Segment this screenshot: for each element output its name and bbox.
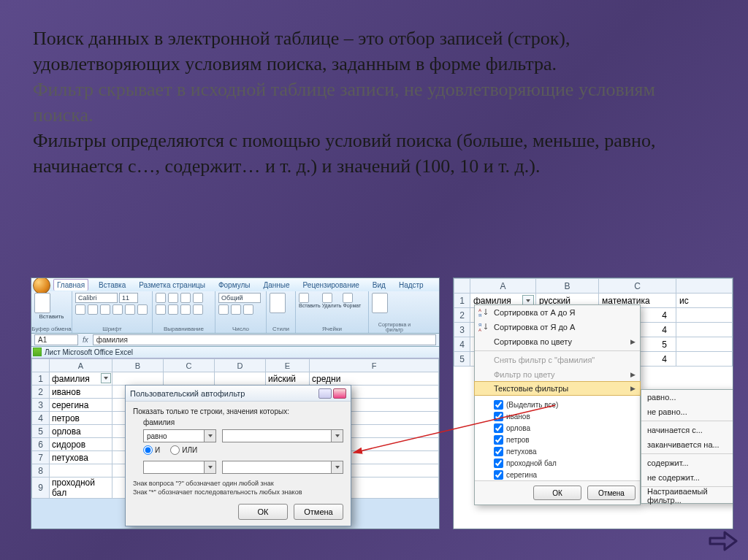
font-size-combo[interactable]: 11: [119, 293, 138, 303]
row-header[interactable]: 9: [32, 477, 50, 499]
cell[interactable]: орлова: [50, 425, 112, 438]
value2-input[interactable]: [222, 461, 343, 474]
insert-cells-icon[interactable]: [299, 293, 309, 303]
filter-check-item[interactable]: петров: [494, 434, 636, 445]
filter-check-item[interactable]: петухова: [494, 445, 636, 457]
sort-az-item[interactable]: АЯ Сортировка от А до Я: [475, 305, 640, 320]
sort-za-item[interactable]: ЯА Сортировка от Я до А: [475, 320, 640, 334]
fx-icon[interactable]: fx: [83, 336, 88, 344]
select-all-corner[interactable]: [454, 279, 470, 294]
filter-contains-item[interactable]: содержит...: [641, 456, 733, 470]
row-header[interactable]: 7: [32, 451, 50, 464]
col-header[interactable]: [676, 279, 733, 294]
col-header[interactable]: C: [164, 359, 215, 372]
operator2-combo[interactable]: [143, 461, 216, 474]
font-name-combo[interactable]: Calibri: [75, 293, 118, 303]
row-header[interactable]: 2: [454, 308, 470, 323]
text-filters-item[interactable]: Текстовые фильтры▶: [474, 381, 641, 396]
row-header[interactable]: 6: [32, 438, 50, 451]
align-icon[interactable]: [156, 304, 166, 315]
filter-custom-item[interactable]: Настраиваемый фильтр...: [641, 488, 733, 503]
filter-check-item[interactable]: орлова: [494, 422, 636, 434]
cell[interactable]: [676, 308, 733, 323]
col-header[interactable]: F: [310, 359, 439, 372]
cell[interactable]: [50, 464, 112, 477]
align-icon[interactable]: [180, 293, 191, 303]
dialog-cancel-button[interactable]: Отмена: [294, 504, 343, 520]
cell-header[interactable]: средни: [310, 372, 439, 386]
cell[interactable]: [676, 323, 733, 337]
filter-not-equals-item[interactable]: не равно...: [641, 404, 733, 419]
row-header[interactable]: 4: [32, 412, 50, 425]
row-header[interactable]: 8: [32, 464, 50, 477]
tab-layout[interactable]: Разметка страницы: [136, 280, 208, 291]
cell[interactable]: сидоров: [50, 438, 112, 451]
cell[interactable]: [215, 372, 266, 386]
number-format-combo[interactable]: Общий: [218, 293, 261, 303]
cell[interactable]: [112, 372, 164, 386]
styles-icon[interactable]: [270, 293, 286, 313]
border-icon[interactable]: [112, 304, 123, 315]
filter-not-contains-item[interactable]: не содержит...: [641, 470, 733, 485]
filter-check-item[interactable]: проходной бал: [494, 457, 636, 469]
tab-view[interactable]: Вид: [370, 280, 389, 291]
wrap-icon[interactable]: [193, 293, 203, 303]
italic-icon[interactable]: [88, 304, 98, 315]
fontcolor-icon[interactable]: [137, 304, 148, 315]
merge-icon[interactable]: [193, 304, 203, 315]
cell[interactable]: [676, 337, 733, 352]
col-header[interactable]: C: [599, 279, 676, 294]
menu-cancel-button[interactable]: Отмена: [587, 486, 636, 500]
select-all-corner[interactable]: [32, 359, 50, 372]
currency-icon[interactable]: [218, 304, 229, 315]
tab-formulas[interactable]: Формулы: [215, 280, 253, 291]
dialog-ok-button[interactable]: ОК: [238, 504, 288, 520]
filter-ends-with-item[interactable]: заканчивается на...: [641, 437, 733, 452]
cell-header[interactable]: ис: [676, 294, 733, 308]
delete-cells-icon[interactable]: [322, 293, 332, 303]
tab-review[interactable]: Рецензирование: [300, 280, 362, 291]
col-header[interactable]: A: [50, 359, 112, 372]
filter-check-item[interactable]: (Выделить все): [494, 399, 636, 410]
row-header[interactable]: 2: [32, 386, 50, 399]
comma-icon[interactable]: [243, 304, 253, 315]
sort-by-color-item[interactable]: Сортировка по цвету▶: [475, 334, 640, 349]
align-icon[interactable]: [180, 304, 191, 315]
filter-check-item[interactable]: иванов: [494, 410, 636, 422]
cell[interactable]: [164, 372, 215, 386]
row-header[interactable]: 5: [454, 352, 470, 367]
align-icon[interactable]: [168, 293, 178, 303]
dialog-close-button[interactable]: [333, 388, 346, 399]
cell[interactable]: иванов: [50, 386, 112, 399]
next-slide-button[interactable]: [707, 528, 738, 554]
sort-filter-icon[interactable]: [372, 293, 388, 313]
tab-home[interactable]: Главная: [53, 279, 88, 291]
operator1-combo[interactable]: равно: [143, 429, 216, 442]
tab-data[interactable]: Данные: [260, 280, 292, 291]
col-header[interactable]: D: [215, 359, 266, 372]
col-header[interactable]: E: [266, 359, 310, 372]
filter-equals-item[interactable]: равно...: [641, 390, 733, 404]
row-header[interactable]: 3: [32, 399, 50, 412]
row-header[interactable]: 1: [32, 372, 50, 386]
row-header[interactable]: 5: [32, 425, 50, 438]
filter-dropdown-icon[interactable]: [101, 373, 111, 383]
underline-icon[interactable]: [100, 304, 110, 315]
name-box[interactable]: A1: [34, 334, 78, 345]
cell[interactable]: [676, 352, 733, 367]
cell-header[interactable]: фамилия: [50, 372, 112, 386]
formula-bar[interactable]: фамилия: [93, 334, 436, 345]
filter-check-item[interactable]: серегина: [494, 469, 636, 480]
menu-ok-button[interactable]: ОК: [533, 486, 581, 500]
dialog-help-button[interactable]: [318, 388, 332, 399]
cell[interactable]: проходной бал: [50, 477, 112, 499]
align-icon[interactable]: [156, 293, 166, 303]
col-header[interactable]: B: [112, 359, 164, 372]
row-header[interactable]: 4: [454, 337, 470, 352]
col-header[interactable]: A: [470, 279, 536, 294]
filter-values-checklist[interactable]: (Выделить все) иванов орлова петров пету…: [475, 395, 640, 481]
tab-insert[interactable]: Вставка: [96, 280, 129, 291]
row-header[interactable]: 1: [454, 294, 470, 308]
cell-header[interactable]: ийский: [266, 372, 310, 386]
fill-icon[interactable]: [125, 304, 135, 315]
